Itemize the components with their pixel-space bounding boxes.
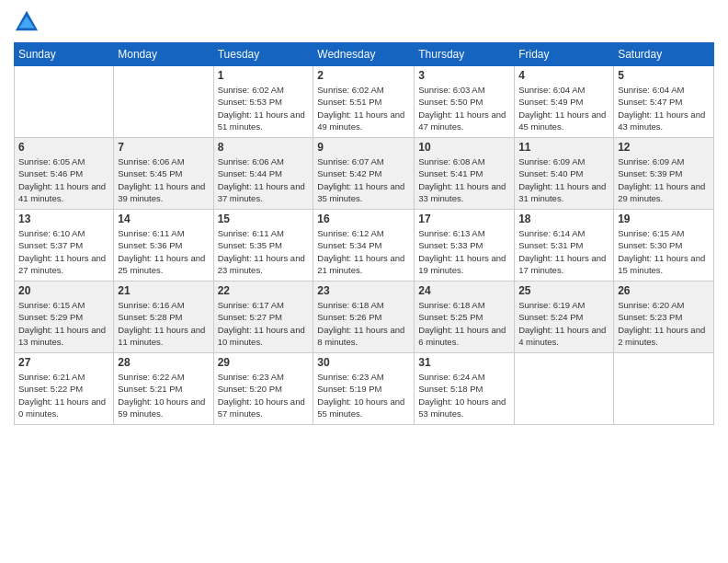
day-number: 14 bbox=[118, 213, 209, 225]
day-info: Sunrise: 6:03 AM Sunset: 5:50 PM Dayligh… bbox=[418, 84, 510, 132]
calendar-cell: 20Sunrise: 6:15 AM Sunset: 5:29 PM Dayli… bbox=[15, 282, 114, 353]
day-info: Sunrise: 6:10 AM Sunset: 5:37 PM Dayligh… bbox=[18, 227, 109, 276]
day-info: Sunrise: 6:08 AM Sunset: 5:41 PM Dayligh… bbox=[418, 155, 510, 204]
day-number: 29 bbox=[218, 356, 310, 369]
calendar-cell: 21Sunrise: 6:16 AM Sunset: 5:28 PM Dayli… bbox=[114, 282, 213, 353]
calendar-cell: 27Sunrise: 6:21 AM Sunset: 5:22 PM Dayli… bbox=[15, 353, 114, 425]
day-info: Sunrise: 6:20 AM Sunset: 5:23 PM Dayligh… bbox=[618, 299, 710, 348]
day-number: 26 bbox=[618, 284, 710, 297]
calendar-cell bbox=[15, 66, 114, 138]
day-number: 8 bbox=[218, 141, 310, 154]
day-number: 28 bbox=[118, 356, 209, 369]
day-info: Sunrise: 6:02 AM Sunset: 5:51 PM Dayligh… bbox=[317, 84, 410, 132]
day-number: 22 bbox=[218, 284, 310, 297]
calendar-cell: 6Sunrise: 6:05 AM Sunset: 5:46 PM Daylig… bbox=[15, 138, 114, 210]
weekday-header-saturday: Saturday bbox=[614, 43, 714, 66]
calendar-cell: 29Sunrise: 6:23 AM Sunset: 5:20 PM Dayli… bbox=[213, 353, 313, 425]
calendar-week-5: 27Sunrise: 6:21 AM Sunset: 5:22 PM Dayli… bbox=[15, 353, 714, 425]
calendar-cell: 5Sunrise: 6:04 AM Sunset: 5:47 PM Daylig… bbox=[614, 66, 714, 138]
day-info: Sunrise: 6:14 AM Sunset: 5:31 PM Dayligh… bbox=[518, 227, 609, 276]
calendar-cell bbox=[515, 353, 614, 425]
calendar-cell: 12Sunrise: 6:09 AM Sunset: 5:39 PM Dayli… bbox=[614, 138, 714, 210]
day-number: 12 bbox=[618, 141, 710, 154]
weekday-header-row: SundayMondayTuesdayWednesdayThursdayFrid… bbox=[15, 43, 714, 66]
page: SundayMondayTuesdayWednesdayThursdayFrid… bbox=[0, 0, 728, 563]
day-number: 4 bbox=[518, 69, 609, 82]
calendar-cell: 11Sunrise: 6:09 AM Sunset: 5:40 PM Dayli… bbox=[515, 138, 614, 210]
day-number: 30 bbox=[317, 356, 410, 369]
day-number: 11 bbox=[518, 141, 609, 154]
day-number: 20 bbox=[18, 284, 109, 297]
day-number: 13 bbox=[18, 213, 109, 225]
day-number: 31 bbox=[418, 356, 510, 369]
day-number: 23 bbox=[317, 284, 410, 297]
weekday-header-monday: Monday bbox=[114, 43, 213, 66]
calendar-cell: 8Sunrise: 6:06 AM Sunset: 5:44 PM Daylig… bbox=[213, 138, 313, 210]
day-info: Sunrise: 6:22 AM Sunset: 5:21 PM Dayligh… bbox=[118, 371, 209, 419]
day-number: 3 bbox=[418, 69, 510, 82]
calendar-cell: 9Sunrise: 6:07 AM Sunset: 5:42 PM Daylig… bbox=[313, 138, 415, 210]
day-number: 10 bbox=[418, 141, 510, 154]
day-info: Sunrise: 6:19 AM Sunset: 5:24 PM Dayligh… bbox=[518, 299, 609, 348]
day-info: Sunrise: 6:16 AM Sunset: 5:28 PM Dayligh… bbox=[118, 299, 209, 348]
day-info: Sunrise: 6:07 AM Sunset: 5:42 PM Dayligh… bbox=[317, 155, 410, 204]
calendar-cell: 1Sunrise: 6:02 AM Sunset: 5:53 PM Daylig… bbox=[213, 66, 313, 138]
calendar-cell: 22Sunrise: 6:17 AM Sunset: 5:27 PM Dayli… bbox=[213, 282, 313, 353]
day-number: 21 bbox=[118, 284, 209, 297]
calendar-cell bbox=[614, 353, 714, 425]
day-number: 15 bbox=[218, 213, 310, 225]
day-number: 2 bbox=[317, 69, 410, 82]
header bbox=[14, 9, 714, 35]
calendar-cell: 13Sunrise: 6:10 AM Sunset: 5:37 PM Dayli… bbox=[15, 210, 114, 282]
day-info: Sunrise: 6:21 AM Sunset: 5:22 PM Dayligh… bbox=[18, 371, 109, 419]
calendar-cell: 2Sunrise: 6:02 AM Sunset: 5:51 PM Daylig… bbox=[313, 66, 415, 138]
weekday-header-friday: Friday bbox=[515, 43, 614, 66]
calendar-cell: 17Sunrise: 6:13 AM Sunset: 5:33 PM Dayli… bbox=[415, 210, 515, 282]
calendar-cell: 25Sunrise: 6:19 AM Sunset: 5:24 PM Dayli… bbox=[515, 282, 614, 353]
calendar: SundayMondayTuesdayWednesdayThursdayFrid… bbox=[14, 42, 714, 425]
calendar-cell: 23Sunrise: 6:18 AM Sunset: 5:26 PM Dayli… bbox=[313, 282, 415, 353]
day-number: 9 bbox=[317, 141, 410, 154]
weekday-header-thursday: Thursday bbox=[415, 43, 515, 66]
day-info: Sunrise: 6:02 AM Sunset: 5:53 PM Dayligh… bbox=[218, 84, 310, 132]
day-number: 1 bbox=[218, 69, 310, 82]
calendar-week-2: 6Sunrise: 6:05 AM Sunset: 5:46 PM Daylig… bbox=[15, 138, 714, 210]
day-info: Sunrise: 6:23 AM Sunset: 5:19 PM Dayligh… bbox=[317, 371, 410, 419]
day-info: Sunrise: 6:23 AM Sunset: 5:20 PM Dayligh… bbox=[218, 371, 310, 419]
calendar-cell: 30Sunrise: 6:23 AM Sunset: 5:19 PM Dayli… bbox=[313, 353, 415, 425]
day-info: Sunrise: 6:09 AM Sunset: 5:40 PM Dayligh… bbox=[518, 155, 609, 204]
day-info: Sunrise: 6:09 AM Sunset: 5:39 PM Dayligh… bbox=[618, 155, 710, 204]
day-info: Sunrise: 6:24 AM Sunset: 5:18 PM Dayligh… bbox=[418, 371, 510, 419]
day-info: Sunrise: 6:15 AM Sunset: 5:30 PM Dayligh… bbox=[618, 227, 710, 276]
day-info: Sunrise: 6:18 AM Sunset: 5:26 PM Dayligh… bbox=[317, 299, 410, 348]
day-info: Sunrise: 6:06 AM Sunset: 5:45 PM Dayligh… bbox=[118, 155, 209, 204]
logo-icon bbox=[14, 9, 40, 35]
calendar-cell: 3Sunrise: 6:03 AM Sunset: 5:50 PM Daylig… bbox=[415, 66, 515, 138]
day-info: Sunrise: 6:11 AM Sunset: 5:35 PM Dayligh… bbox=[218, 227, 310, 276]
weekday-header-tuesday: Tuesday bbox=[213, 43, 313, 66]
day-number: 6 bbox=[18, 141, 109, 154]
calendar-cell: 18Sunrise: 6:14 AM Sunset: 5:31 PM Dayli… bbox=[515, 210, 614, 282]
weekday-header-wednesday: Wednesday bbox=[313, 43, 415, 66]
day-info: Sunrise: 6:11 AM Sunset: 5:36 PM Dayligh… bbox=[118, 227, 209, 276]
day-info: Sunrise: 6:04 AM Sunset: 5:49 PM Dayligh… bbox=[518, 84, 609, 132]
calendar-cell: 24Sunrise: 6:18 AM Sunset: 5:25 PM Dayli… bbox=[415, 282, 515, 353]
day-info: Sunrise: 6:04 AM Sunset: 5:47 PM Dayligh… bbox=[618, 84, 710, 132]
calendar-week-4: 20Sunrise: 6:15 AM Sunset: 5:29 PM Dayli… bbox=[15, 282, 714, 353]
day-number: 16 bbox=[317, 213, 410, 225]
calendar-cell: 28Sunrise: 6:22 AM Sunset: 5:21 PM Dayli… bbox=[114, 353, 213, 425]
day-number: 5 bbox=[618, 69, 710, 82]
day-number: 18 bbox=[518, 213, 609, 225]
weekday-header-sunday: Sunday bbox=[15, 43, 114, 66]
calendar-cell: 19Sunrise: 6:15 AM Sunset: 5:30 PM Dayli… bbox=[614, 210, 714, 282]
day-info: Sunrise: 6:18 AM Sunset: 5:25 PM Dayligh… bbox=[418, 299, 510, 348]
calendar-cell bbox=[114, 66, 213, 138]
day-number: 25 bbox=[518, 284, 609, 297]
calendar-cell: 4Sunrise: 6:04 AM Sunset: 5:49 PM Daylig… bbox=[515, 66, 614, 138]
day-number: 7 bbox=[118, 141, 209, 154]
day-info: Sunrise: 6:15 AM Sunset: 5:29 PM Dayligh… bbox=[18, 299, 109, 348]
calendar-cell: 15Sunrise: 6:11 AM Sunset: 5:35 PM Dayli… bbox=[213, 210, 313, 282]
logo bbox=[14, 9, 43, 35]
day-info: Sunrise: 6:17 AM Sunset: 5:27 PM Dayligh… bbox=[218, 299, 310, 348]
day-info: Sunrise: 6:06 AM Sunset: 5:44 PM Dayligh… bbox=[218, 155, 310, 204]
